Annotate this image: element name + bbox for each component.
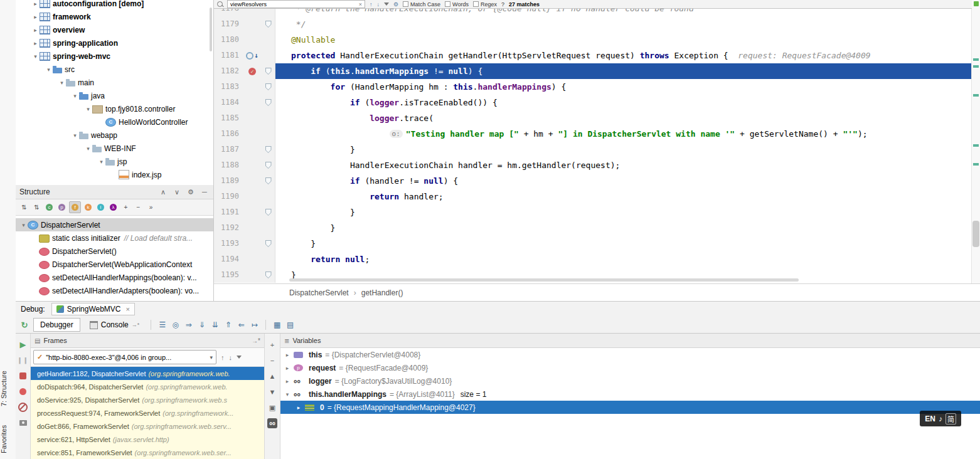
chevron-collapsed-icon[interactable]: ▸ [284,365,290,371]
stack-frame-row[interactable]: processRequest:974, FrameworkServlet(org… [31,406,264,419]
settings-gear-icon[interactable]: ⚙ [186,188,196,196]
override-marker-icon[interactable] [246,52,253,60]
stack-frame-row[interactable]: service:621, HttpServlet(javax.servlet.h… [31,433,264,446]
fold-marker-icon[interactable] [265,240,272,247]
structure-item[interactable]: setDetectAllHandlerMappings(boolean): v.… [16,271,213,284]
add-watch-icon[interactable]: + [267,340,277,350]
code-text[interactable]: */ [275,16,972,32]
code-text[interactable]: return handler; [275,189,972,204]
expand-all-icon[interactable]: + [120,202,131,213]
move-watch-down-icon[interactable]: ▼ [267,387,277,397]
structure-item[interactable]: ▾DispatcherServlet [16,218,213,231]
fold-marker-icon[interactable] [265,83,272,90]
fold-marker-icon[interactable] [265,162,272,169]
project-tree-item[interactable]: ▾jsp [16,155,213,168]
gutter-icon-area[interactable]: ✓ [243,63,262,79]
horizontal-scrollbar[interactable] [289,278,968,283]
line-number[interactable]: 1195 [214,267,243,283]
chevron-expanded-icon[interactable]: ▾ [45,66,53,73]
frame-down-icon[interactable]: ↓ [229,354,233,361]
fold-marker-icon[interactable] [265,209,272,216]
project-tree-item[interactable]: ▾src [16,63,213,76]
regex-checkbox[interactable]: Regex [473,1,497,8]
thread-selector[interactable]: ✓ "http-bio-8080-exec-3"@4,006 in group.… [33,350,216,364]
step-over-icon[interactable]: ⇒ [183,320,194,329]
code-text[interactable]: } [275,142,972,157]
code-text[interactable]: } [275,204,972,220]
stripe-mark[interactable] [973,163,979,166]
structure-item[interactable]: static class initializer// Load default … [16,231,213,245]
fold-marker-icon[interactable] [265,177,272,184]
fold-gutter[interactable] [262,142,275,157]
pause-button[interactable]: ❙❙ [18,356,28,365]
line-number[interactable]: 1192 [214,220,243,236]
step-out-icon[interactable]: ⇑ [222,320,234,329]
more-icon[interactable]: » [146,202,156,213]
thread-dump-button[interactable] [18,418,28,428]
hide-panel-icon[interactable]: ─ [200,188,210,196]
breakpoint-icon[interactable]: ✓ [248,68,256,75]
line-number[interactable]: 1182 [214,63,243,79]
code-text[interactable]: if (this.handlerMappings != null) { [275,63,972,79]
chevron-expanded-icon[interactable]: ▾ [84,145,92,152]
code-text[interactable]: if (logger.isTraceEnabled()) { [275,95,972,110]
line-number[interactable]: 1188 [214,157,243,173]
line-number[interactable]: 1185 [214,110,243,126]
code-text[interactable]: } [275,236,972,251]
chevron-collapsed-icon[interactable]: ▸ [31,1,40,7]
chevron-expanded-icon[interactable]: ▾ [97,159,105,165]
code-text[interactable]: return null; [275,251,972,267]
fold-gutter[interactable] [262,204,275,220]
fold-marker-icon[interactable] [265,99,272,106]
code-text[interactable]: } [275,220,972,236]
mute-breakpoints-button[interactable] [18,403,28,412]
code-text[interactable]: logger.trace( [275,110,972,126]
code-area[interactable]: 1178* @return the HandlerExecutionChain,… [214,0,972,283]
line-number[interactable]: 1180 [214,32,243,48]
fold-gutter[interactable] [262,173,275,189]
inspection-status-icon[interactable] [974,1,979,6]
chevron-collapsed-icon[interactable]: ▸ [284,378,290,384]
run-to-cursor-icon[interactable]: ↦ [248,320,260,329]
structure-item[interactable]: DispatcherServlet() [16,245,213,258]
favorites-toolwindow-button[interactable]: Favorites [0,419,15,459]
breadcrumb-class[interactable]: DispatcherServlet [289,288,349,297]
stripe-mark[interactable] [973,94,979,97]
project-tree-item[interactable]: ▸framework [16,10,213,23]
expand-all-icon[interactable]: ∧ [158,188,168,196]
fold-marker-icon[interactable] [265,146,272,153]
fold-marker-icon[interactable] [265,21,272,28]
stripe-mark[interactable] [973,144,979,147]
project-tree-item[interactable]: ▸spring-application [16,36,213,50]
editor[interactable]: 1178* @return the HandlerExecutionChain,… [213,0,980,301]
structure-item[interactable]: DispatcherServlet(WebApplicationContext [16,258,213,271]
search-input[interactable]: viewResolvers × [227,0,365,8]
breadcrumb-method[interactable]: getHandler() [361,288,403,297]
chevron-expanded-icon[interactable]: ▾ [19,222,28,228]
collapse-all-icon[interactable]: ∨ [172,188,182,196]
exec-point-icon[interactable]: ◎ [169,320,181,329]
tab-console[interactable]: Console →* [83,319,146,331]
code-text[interactable]: protected HandlerExecutionChain getHandl… [275,48,972,63]
duplicate-watch-icon[interactable]: ▣ [267,403,277,413]
variable-row[interactable]: ▸this= {DispatcherServlet@4008} [280,348,980,361]
fold-gutter[interactable] [262,267,275,283]
chevron-expanded-icon[interactable]: ▾ [31,53,40,60]
clear-search-icon[interactable]: × [359,1,362,8]
show-lambdas-icon[interactable]: λ [108,202,119,213]
show-inherited-icon[interactable]: i [95,202,106,213]
fold-marker-icon[interactable] [265,272,272,278]
line-number[interactable]: 1193 [214,236,243,251]
line-number[interactable]: 1184 [214,95,243,110]
force-step-into-icon[interactable]: ⇊ [209,320,221,329]
project-scrollbar[interactable] [210,8,212,51]
words-checkbox[interactable]: Words [445,1,469,8]
code-text[interactable]: if (handler != null) { [275,173,972,189]
fold-gutter[interactable] [262,16,275,32]
step-into-icon[interactable]: ⇓ [196,320,208,329]
line-number[interactable]: 1181 [214,48,243,63]
chevron-expanded-icon[interactable]: ▾ [71,132,79,139]
chevron-collapsed-icon[interactable]: ▸ [296,404,302,411]
stack-frame-row[interactable]: doGet:866, FrameworkServlet(org.springfr… [31,419,264,433]
line-number[interactable]: 1187 [214,142,243,157]
